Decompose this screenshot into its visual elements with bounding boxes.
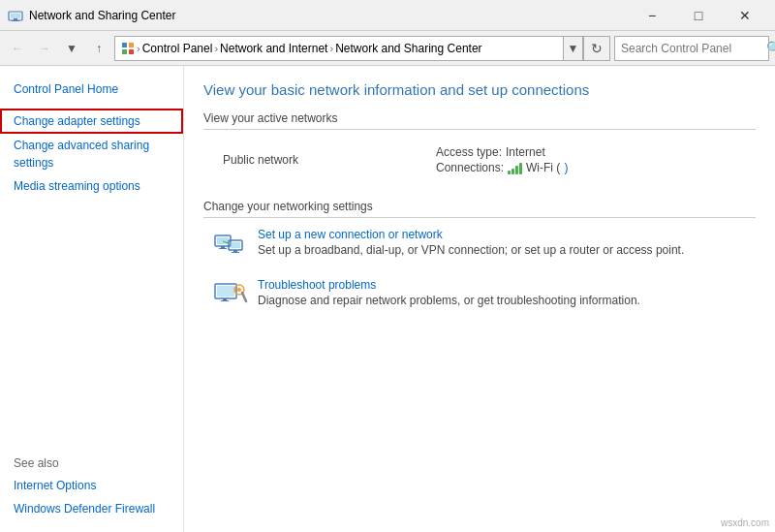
sidebar-change-advanced[interactable]: Change advanced sharing settings [0, 134, 183, 174]
main-container: Control Panel Home Change adapter settin… [0, 66, 775, 532]
svg-line-23 [242, 293, 246, 301]
access-type-value: Internet [506, 145, 545, 159]
svg-rect-6 [122, 49, 127, 54]
sidebar-internet-options[interactable]: Internet Options [14, 474, 183, 497]
svg-rect-2 [14, 18, 17, 20]
search-box[interactable]: 🔍 [614, 36, 769, 61]
settings-section: Change your networking settings [203, 200, 756, 313]
recent-button[interactable]: ▼ [60, 37, 83, 60]
svg-rect-1 [11, 14, 20, 18]
bar4 [519, 163, 522, 174]
title-bar-text: Network and Sharing Center [29, 9, 630, 22]
svg-rect-10 [221, 246, 225, 248]
path-network-internet[interactable]: Network and Internet [220, 42, 327, 55]
troubleshoot-text: Troubleshoot problems Diagnose and repai… [258, 278, 756, 307]
troubleshoot-link[interactable]: Troubleshoot problems [258, 278, 756, 292]
svg-rect-11 [219, 248, 227, 249]
sidebar-media-streaming[interactable]: Media streaming options [0, 174, 183, 198]
access-type-row: Access type: Internet [436, 145, 568, 159]
svg-rect-15 [232, 252, 239, 253]
wifi-bars [508, 161, 522, 174]
svg-rect-7 [129, 49, 134, 54]
new-connection-desc: Set up a broadband, dial-up, or VPN conn… [258, 243, 684, 257]
svg-rect-3 [12, 20, 19, 21]
bar1 [508, 171, 511, 174]
svg-rect-13 [231, 242, 240, 248]
bar2 [512, 169, 514, 174]
svg-rect-19 [223, 298, 227, 300]
sidebar-control-panel-home[interactable]: Control Panel Home [0, 78, 183, 101]
access-type-label: Access type: [436, 145, 502, 159]
window-controls: − □ ✕ [630, 0, 767, 31]
app-icon [8, 8, 23, 23]
svg-point-22 [237, 288, 241, 292]
connections-row: Connections: Wi-Fi ( ) [436, 161, 568, 174]
sidebar: Control Panel Home Change adapter settin… [0, 66, 184, 532]
network-name: Public network [223, 153, 436, 167]
minimize-button[interactable]: − [630, 0, 674, 31]
active-networks-header: View your active networks [203, 111, 756, 130]
close-button[interactable]: ✕ [723, 0, 767, 31]
maximize-button[interactable]: □ [676, 0, 721, 31]
path-sep-1: › [137, 43, 140, 54]
path-sep-3: › [329, 43, 333, 54]
address-bar: ← → ▼ ↑ › Control Panel › Network and In… [0, 31, 775, 66]
svg-rect-14 [233, 250, 237, 252]
troubleshoot-icon [213, 278, 248, 313]
up-button[interactable]: ↑ [87, 37, 110, 60]
search-input[interactable] [621, 42, 766, 55]
new-connection-text: Set up a new connection or network Set u… [258, 228, 756, 257]
connections-label: Connections: [436, 161, 504, 174]
settings-header: Change your networking settings [203, 200, 756, 218]
svg-rect-5 [129, 43, 134, 47]
refresh-button[interactable]: ↻ [583, 36, 610, 61]
new-connection-icon [213, 228, 248, 263]
new-connection-item: Set up a new connection or network Set u… [203, 228, 756, 263]
control-panel-icon [121, 42, 135, 55]
svg-rect-4 [122, 43, 127, 47]
troubleshoot-item: Troubleshoot problems Diagnose and repai… [203, 278, 756, 313]
see-also-label: See also [0, 445, 183, 474]
search-icon: 🔍 [766, 41, 775, 55]
svg-rect-20 [221, 300, 229, 301]
wifi-icon [508, 161, 522, 174]
page-title: View your basic network information and … [203, 81, 756, 98]
troubleshoot-desc: Diagnose and repair network problems, or… [258, 294, 640, 307]
title-bar: Network and Sharing Center − □ ✕ [0, 0, 775, 31]
forward-button[interactable]: → [33, 37, 56, 60]
path-sep-2: › [214, 43, 218, 54]
sidebar-defender-firewall[interactable]: Windows Defender Firewall [14, 497, 183, 520]
network-info: Access type: Internet Connections: Wi-Fi… [436, 145, 568, 174]
network-row: Public network Access type: Internet Con… [203, 140, 756, 184]
bar3 [515, 166, 518, 174]
sidebar-change-adapter[interactable]: Change adapter settings [0, 109, 183, 134]
connections-wifi-link[interactable]: ) [564, 161, 568, 174]
watermark: wsxdn.com [721, 517, 769, 528]
path-control-panel[interactable]: Control Panel [142, 42, 213, 55]
address-path: › Control Panel › Network and Internet ›… [114, 36, 564, 61]
path-dropdown[interactable]: ▼ [564, 36, 583, 61]
path-sharing-center[interactable]: Network and Sharing Center [335, 42, 481, 55]
see-also-links: Internet Options Windows Defender Firewa… [0, 474, 183, 520]
new-connection-link[interactable]: Set up a new connection or network [258, 228, 756, 241]
svg-rect-18 [217, 286, 234, 297]
back-button[interactable]: ← [6, 37, 29, 60]
content-area: View your basic network information and … [184, 66, 775, 532]
connections-wifi-label: Wi-Fi ( [526, 161, 560, 174]
